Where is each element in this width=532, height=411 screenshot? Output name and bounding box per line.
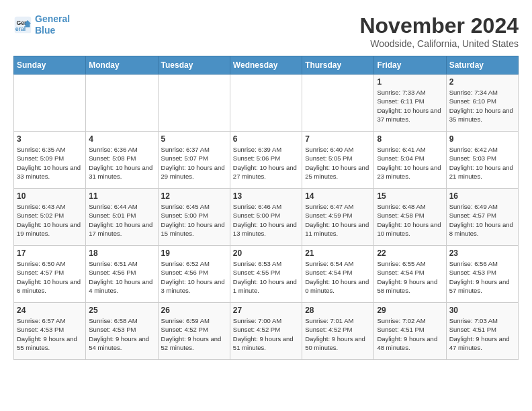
day-info: Sunrise: 6:56 AM Sunset: 4:53 PM Dayligh… — [449, 259, 515, 295]
calendar-table: Sunday Monday Tuesday Wednesday Thursday… — [13, 56, 519, 360]
logo-text: General Blue — [35, 13, 70, 36]
day-cell — [158, 75, 230, 132]
logo-line2: Blue — [35, 25, 55, 36]
day-cell: 20Sunrise: 6:53 AM Sunset: 4:55 PM Dayli… — [230, 246, 302, 303]
day-info: Sunrise: 6:42 AM Sunset: 5:03 PM Dayligh… — [449, 145, 515, 181]
day-number: 3 — [17, 134, 83, 144]
svg-text:eral: eral — [15, 26, 26, 32]
day-info: Sunrise: 6:58 AM Sunset: 4:53 PM Dayligh… — [89, 316, 154, 352]
day-cell: 28Sunrise: 7:01 AM Sunset: 4:52 PM Dayli… — [302, 303, 374, 360]
day-cell: 25Sunrise: 6:58 AM Sunset: 4:53 PM Dayli… — [86, 303, 158, 360]
day-info: Sunrise: 7:03 AM Sunset: 4:51 PM Dayligh… — [449, 316, 515, 352]
day-number: 23 — [449, 248, 515, 258]
day-number: 20 — [233, 248, 299, 258]
day-cell: 21Sunrise: 6:54 AM Sunset: 4:54 PM Dayli… — [302, 246, 374, 303]
day-cell: 19Sunrise: 6:52 AM Sunset: 4:56 PM Dayli… — [158, 246, 230, 303]
day-number: 22 — [377, 248, 443, 258]
day-info: Sunrise: 6:52 AM Sunset: 4:56 PM Dayligh… — [161, 259, 227, 295]
day-info: Sunrise: 6:41 AM Sunset: 5:04 PM Dayligh… — [377, 145, 443, 181]
day-cell: 8Sunrise: 6:41 AM Sunset: 5:04 PM Daylig… — [374, 132, 446, 189]
day-info: Sunrise: 6:48 AM Sunset: 4:58 PM Dayligh… — [377, 202, 443, 238]
day-number: 4 — [89, 134, 154, 144]
calendar-subtitle: Woodside, California, United States — [359, 38, 519, 49]
day-cell: 4Sunrise: 6:36 AM Sunset: 5:08 PM Daylig… — [86, 132, 158, 189]
col-sunday: Sunday — [14, 56, 86, 75]
day-info: Sunrise: 6:54 AM Sunset: 4:54 PM Dayligh… — [305, 259, 371, 295]
day-number: 29 — [377, 306, 443, 315]
day-cell: 9Sunrise: 6:42 AM Sunset: 5:03 PM Daylig… — [446, 132, 518, 189]
day-info: Sunrise: 6:51 AM Sunset: 4:56 PM Dayligh… — [89, 259, 154, 295]
day-cell: 16Sunrise: 6:49 AM Sunset: 4:57 PM Dayli… — [446, 189, 518, 246]
day-cell: 3Sunrise: 6:35 AM Sunset: 5:09 PM Daylig… — [14, 132, 86, 189]
day-cell: 15Sunrise: 6:48 AM Sunset: 4:58 PM Dayli… — [374, 189, 446, 246]
day-cell: 26Sunrise: 6:59 AM Sunset: 4:52 PM Dayli… — [158, 303, 230, 360]
day-number: 11 — [89, 191, 154, 201]
week-row-5: 24Sunrise: 6:57 AM Sunset: 4:53 PM Dayli… — [14, 303, 519, 360]
day-cell: 6Sunrise: 6:39 AM Sunset: 5:06 PM Daylig… — [230, 132, 302, 189]
day-info: Sunrise: 7:00 AM Sunset: 4:52 PM Dayligh… — [233, 316, 299, 352]
title-area: November 2024 Woodside, California, Unit… — [359, 13, 519, 49]
day-info: Sunrise: 6:35 AM Sunset: 5:09 PM Dayligh… — [17, 145, 83, 181]
day-number: 18 — [89, 248, 154, 258]
day-info: Sunrise: 7:01 AM Sunset: 4:52 PM Dayligh… — [305, 316, 371, 352]
logo-icon: Gen eral — [13, 15, 32, 34]
day-cell — [86, 75, 158, 132]
header: Gen eral General Blue November 2024 Wood… — [13, 13, 519, 49]
calendar-body: 1Sunrise: 7:33 AM Sunset: 6:11 PM Daylig… — [14, 75, 519, 360]
day-number: 28 — [305, 306, 371, 315]
day-number: 30 — [449, 306, 515, 315]
day-number: 16 — [449, 191, 515, 201]
col-wednesday: Wednesday — [230, 56, 302, 75]
day-number: 13 — [233, 191, 299, 201]
day-number: 9 — [449, 134, 515, 144]
day-number: 25 — [89, 306, 154, 315]
col-thursday: Thursday — [302, 56, 374, 75]
day-info: Sunrise: 6:37 AM Sunset: 5:07 PM Dayligh… — [161, 145, 227, 181]
day-info: Sunrise: 6:59 AM Sunset: 4:52 PM Dayligh… — [161, 316, 227, 352]
day-cell: 5Sunrise: 6:37 AM Sunset: 5:07 PM Daylig… — [158, 132, 230, 189]
day-cell: 17Sunrise: 6:50 AM Sunset: 4:57 PM Dayli… — [14, 246, 86, 303]
day-cell: 2Sunrise: 7:34 AM Sunset: 6:10 PM Daylig… — [446, 75, 518, 132]
week-row-3: 10Sunrise: 6:43 AM Sunset: 5:02 PM Dayli… — [14, 189, 519, 246]
day-number: 21 — [305, 248, 371, 258]
day-cell: 24Sunrise: 6:57 AM Sunset: 4:53 PM Dayli… — [14, 303, 86, 360]
logo-line1: General — [35, 13, 70, 24]
day-number: 8 — [377, 134, 443, 144]
col-tuesday: Tuesday — [158, 56, 230, 75]
day-info: Sunrise: 6:36 AM Sunset: 5:08 PM Dayligh… — [89, 145, 154, 181]
logo: Gen eral General Blue — [13, 13, 70, 36]
day-number: 1 — [377, 77, 443, 87]
day-info: Sunrise: 7:33 AM Sunset: 6:11 PM Dayligh… — [377, 88, 443, 124]
day-cell: 11Sunrise: 6:44 AM Sunset: 5:01 PM Dayli… — [86, 189, 158, 246]
day-info: Sunrise: 6:43 AM Sunset: 5:02 PM Dayligh… — [17, 202, 83, 238]
week-row-2: 3Sunrise: 6:35 AM Sunset: 5:09 PM Daylig… — [14, 132, 519, 189]
day-number: 6 — [233, 134, 299, 144]
col-monday: Monday — [86, 56, 158, 75]
day-cell: 10Sunrise: 6:43 AM Sunset: 5:02 PM Dayli… — [14, 189, 86, 246]
day-cell: 22Sunrise: 6:55 AM Sunset: 4:54 PM Dayli… — [374, 246, 446, 303]
day-cell: 23Sunrise: 6:56 AM Sunset: 4:53 PM Dayli… — [446, 246, 518, 303]
day-cell: 27Sunrise: 7:00 AM Sunset: 4:52 PM Dayli… — [230, 303, 302, 360]
week-row-1: 1Sunrise: 7:33 AM Sunset: 6:11 PM Daylig… — [14, 75, 519, 132]
day-info: Sunrise: 6:50 AM Sunset: 4:57 PM Dayligh… — [17, 259, 83, 295]
day-info: Sunrise: 6:47 AM Sunset: 4:59 PM Dayligh… — [305, 202, 371, 238]
day-cell — [14, 75, 86, 132]
day-number: 24 — [17, 306, 83, 315]
day-cell: 14Sunrise: 6:47 AM Sunset: 4:59 PM Dayli… — [302, 189, 374, 246]
day-cell — [302, 75, 374, 132]
day-info: Sunrise: 6:49 AM Sunset: 4:57 PM Dayligh… — [449, 202, 515, 238]
day-number: 5 — [161, 134, 227, 144]
day-number: 15 — [377, 191, 443, 201]
day-info: Sunrise: 6:53 AM Sunset: 4:55 PM Dayligh… — [233, 259, 299, 295]
day-number: 17 — [17, 248, 83, 258]
day-number: 19 — [161, 248, 227, 258]
day-number: 10 — [17, 191, 83, 201]
day-info: Sunrise: 6:39 AM Sunset: 5:06 PM Dayligh… — [233, 145, 299, 181]
day-cell: 29Sunrise: 7:02 AM Sunset: 4:51 PM Dayli… — [374, 303, 446, 360]
calendar-header: Sunday Monday Tuesday Wednesday Thursday… — [14, 56, 519, 75]
week-row-4: 17Sunrise: 6:50 AM Sunset: 4:57 PM Dayli… — [14, 246, 519, 303]
day-info: Sunrise: 6:57 AM Sunset: 4:53 PM Dayligh… — [17, 316, 83, 352]
day-number: 7 — [305, 134, 371, 144]
day-cell: 1Sunrise: 7:33 AM Sunset: 6:11 PM Daylig… — [374, 75, 446, 132]
day-info: Sunrise: 6:44 AM Sunset: 5:01 PM Dayligh… — [89, 202, 154, 238]
